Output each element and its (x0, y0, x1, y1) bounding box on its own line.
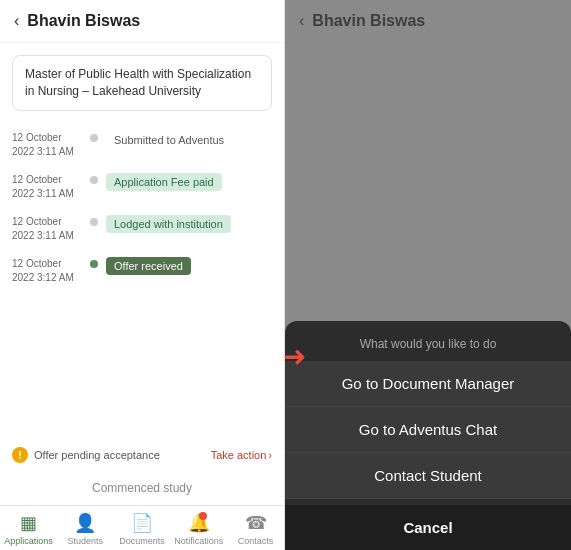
action-arrow: ➜ (283, 340, 306, 373)
left-panel: ‹ Bhavin Biswas Master of Public Health … (0, 0, 285, 550)
timeline-date: 12 October2022 3:12 AM (12, 257, 82, 285)
nav-label: Students (67, 536, 103, 546)
timeline-dot (90, 176, 98, 184)
back-button-left[interactable]: ‹ (14, 12, 19, 30)
bottom-nav-left: ▦Applications👤Students📄Documents🔔Notific… (0, 505, 284, 550)
applications-icon: ▦ (20, 512, 37, 534)
contact-student-button[interactable]: Contact Student (285, 453, 571, 499)
timeline-date: 12 October2022 3:11 AM (12, 173, 82, 201)
go-to-document-manager-button[interactable]: Go to Document Manager (285, 361, 571, 407)
warning-icon: ! (12, 447, 28, 463)
nav-item-students[interactable]: 👤Students (57, 512, 114, 546)
offer-pending-bar: ! Offer pending acceptance Take action › (0, 439, 284, 471)
nav-label: Documents (119, 536, 165, 546)
action-sheet: What would you like to do Go to Document… (285, 321, 571, 550)
timeline-item: 12 October2022 3:11 AMSubmitted to Adven… (12, 131, 272, 159)
timeline-dot (90, 218, 98, 226)
right-panel: ‹ Bhavin Biswas What would you like to d… (285, 0, 571, 550)
go-to-adventus-chat-button[interactable]: Go to Adventus Chat (285, 407, 571, 453)
timeline-item: 12 October2022 3:12 AMOffer received (12, 257, 272, 285)
timeline-date: 12 October2022 3:11 AM (12, 215, 82, 243)
offer-pending-text: Offer pending acceptance (34, 449, 160, 461)
timeline-dot (90, 260, 98, 268)
nav-item-notifications[interactable]: 🔔Notifications (170, 512, 227, 546)
timeline-label: Lodged with institution (106, 215, 231, 233)
contacts-icon: ☎ (245, 512, 267, 534)
university-card-left: Master of Public Health with Specializat… (12, 55, 272, 111)
timeline-left: 12 October2022 3:11 AMSubmitted to Adven… (0, 123, 284, 439)
nav-label: Notifications (174, 536, 223, 546)
timeline-dot (90, 134, 98, 142)
modal-title: What would you like to do (285, 333, 571, 361)
timeline-label: Offer received (106, 257, 191, 275)
timeline-item: 12 October2022 3:11 AMLodged with instit… (12, 215, 272, 243)
modal-overlay: What would you like to do Go to Document… (285, 0, 571, 550)
left-header: ‹ Bhavin Biswas (0, 0, 284, 43)
commenced-study: Commenced study (0, 471, 284, 505)
nav-item-contacts[interactable]: ☎Contacts (227, 512, 284, 546)
nav-item-documents[interactable]: 📄Documents (114, 512, 171, 546)
timeline-item: 12 October2022 3:11 AMApplication Fee pa… (12, 173, 272, 201)
nav-item-applications[interactable]: ▦Applications (0, 512, 57, 546)
nav-label: Applications (4, 536, 53, 546)
documents-icon: 📄 (131, 512, 153, 534)
students-icon: 👤 (74, 512, 96, 534)
timeline-label: Application Fee paid (106, 173, 222, 191)
timeline-label: Submitted to Adventus (106, 131, 232, 149)
cancel-button[interactable]: Cancel (285, 505, 571, 550)
take-action-button[interactable]: Take action › (211, 449, 272, 461)
left-page-title: Bhavin Biswas (27, 12, 140, 30)
nav-label: Contacts (238, 536, 274, 546)
timeline-date: 12 October2022 3:11 AM (12, 131, 82, 159)
